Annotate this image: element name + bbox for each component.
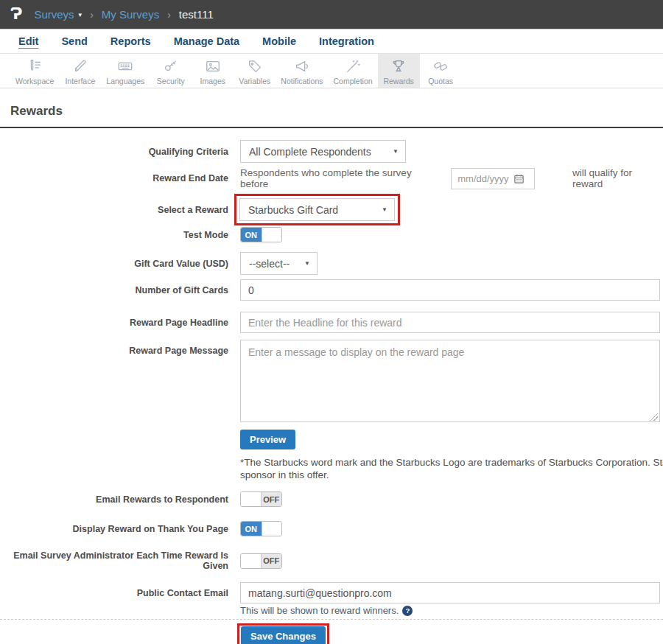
breadcrumb-surveys[interactable]: Surveys ▾ (34, 8, 82, 21)
qualifying-criteria-label: Qualifying Criteria (0, 147, 228, 157)
toolbar-tab-workspace[interactable]: Workspace (10, 54, 59, 88)
toolbar-tab-label: Interface (65, 77, 95, 85)
questionpro-logo[interactable]: Ɂ (10, 7, 22, 22)
reward-end-date-label: Reward End Date (0, 173, 228, 183)
page-title: Rewards (10, 104, 663, 119)
annotation-highlight-save: Save Changes (237, 623, 329, 644)
picture-icon (205, 57, 221, 75)
end-date-prefix-text: Respondents who complete the survey befo… (240, 167, 438, 189)
toolbar-tab-label: Images (200, 77, 225, 85)
tab-send[interactable]: Send (61, 35, 87, 47)
help-icon[interactable]: ? (402, 606, 413, 616)
reward-page-headline-input[interactable] (240, 312, 660, 333)
toolbar-tab-label: Workspace (15, 77, 54, 85)
selected-value: --select-- (249, 258, 290, 270)
toolbar-tab-rewards[interactable]: Rewards (378, 54, 420, 88)
toolbar-tab-label: Rewards (383, 77, 413, 85)
select-caret-icon: ▼ (393, 148, 399, 155)
select-reward-label: Select a Reward (0, 205, 228, 215)
select-reward-select[interactable]: Starbucks Gift Card ▼ (239, 198, 395, 221)
select-caret-icon: ▼ (304, 260, 310, 267)
breadcrumb-separator: › (167, 9, 171, 21)
toolbar-tab-label: Security (157, 77, 185, 85)
chevron-down-icon: ▾ (79, 11, 83, 18)
tab-manage-data[interactable]: Manage Data (174, 35, 239, 47)
number-of-gift-cards-label: Number of Gift Cards (0, 285, 228, 295)
section-divider (0, 619, 663, 620)
chain-link-icon (432, 57, 449, 75)
toolbar-tab-notifications[interactable]: Notifications (276, 54, 328, 88)
breadcrumb-survey-name: test111 (179, 8, 214, 21)
toggle-state-label: ON (241, 228, 262, 242)
pen-list-icon (27, 57, 43, 75)
email-rewards-toggle[interactable]: OFF (240, 491, 282, 507)
number-of-gift-cards-input[interactable] (240, 279, 660, 301)
top-navbar: Ɂ Surveys ▾ › My Surveys › test111 (0, 0, 663, 29)
test-mode-toggle[interactable]: ON (240, 227, 282, 242)
breadcrumb: Surveys ▾ › My Surveys › test111 (34, 8, 213, 21)
display-reward-toggle[interactable]: ON (240, 521, 282, 536)
email-rewards-label: Email Rewards to Respondent (0, 494, 228, 505)
pen-icon (72, 57, 88, 75)
public-contact-email-input[interactable] (240, 582, 660, 603)
date-field[interactable] (457, 173, 513, 184)
email-helper-text: This will be shown to reward winners. ? (240, 605, 413, 616)
breadcrumb-separator: › (90, 9, 94, 21)
reward-page-message-label: Reward Page Message (0, 340, 228, 356)
selected-value: All Complete Respondents (249, 146, 371, 158)
trophy-icon (390, 57, 407, 75)
toggle-state-label: OFF (262, 492, 282, 506)
toolbar-tab-variables[interactable]: Variables (234, 54, 276, 88)
toolbar-tab-label: Quotas (428, 77, 453, 85)
toggle-state-label: OFF (262, 554, 282, 568)
reward-page-message-textarea[interactable] (240, 340, 660, 422)
main-menubar: Edit Send Reports Manage Data Mobile Int… (0, 29, 663, 54)
toolbar-tab-label: Completion (334, 77, 373, 85)
breadcrumb-surveys-label: Surveys (34, 8, 74, 21)
save-changes-button[interactable]: Save Changes (241, 626, 326, 644)
toolbar-tab-security[interactable]: Security (150, 54, 192, 88)
toolbar-tab-label: Languages (106, 77, 144, 85)
end-date-suffix-text: will qualify for reward (572, 167, 663, 189)
public-contact-email-label: Public Contact Email (0, 588, 228, 598)
annotation-highlight-select-reward: Starbucks Gift Card ▼ (234, 194, 400, 225)
toggle-knob (262, 228, 282, 242)
gift-card-value-select[interactable]: --select-- ▼ (240, 252, 318, 275)
email-admin-label: Email Survey Administrator Each Time Rew… (0, 550, 228, 571)
qualifying-criteria-select[interactable]: All Complete Respondents ▼ (240, 140, 406, 163)
selected-value: Starbucks Gift Card (248, 204, 338, 216)
toolbar-tab-images[interactable]: Images (192, 54, 234, 88)
megaphone-icon (294, 57, 310, 75)
breadcrumb-my-surveys[interactable]: My Surveys (102, 8, 159, 21)
toolbar-tab-label: Notifications (281, 77, 323, 85)
select-caret-icon: ▼ (382, 206, 387, 213)
test-mode-label: Test Mode (0, 230, 228, 240)
toggle-knob (241, 492, 262, 506)
starbucks-disclaimer-text: *The Starbucks word mark and the Starbuc… (240, 456, 663, 481)
gift-card-value-label: Gift Card Value (USD) (0, 259, 228, 269)
reward-end-date-input[interactable] (451, 168, 535, 189)
rewards-form: Qualifying Criteria All Complete Respond… (0, 128, 663, 644)
toolbar-tab-quotas[interactable]: Quotas (420, 54, 462, 88)
calendar-icon[interactable] (513, 173, 525, 184)
tag-icon (247, 57, 263, 75)
toolbar-tab-interface[interactable]: Interface (59, 54, 101, 88)
toggle-state-label: ON (241, 522, 262, 536)
tab-edit[interactable]: Edit (18, 35, 38, 47)
edit-toolbar: Workspace Interface Languages Security I… (0, 54, 663, 88)
rewards-settings-page: Ɂ Surveys ▾ › My Surveys › test111 Edit … (0, 0, 663, 644)
keyboard-icon (117, 57, 133, 75)
tab-mobile[interactable]: Mobile (262, 35, 296, 47)
toolbar-tab-languages[interactable]: Languages (101, 54, 150, 88)
reward-page-headline-label: Reward Page Headline (0, 318, 228, 328)
toolbar-tab-completion[interactable]: Completion (329, 54, 378, 88)
tab-reports[interactable]: Reports (110, 35, 151, 47)
key-icon (163, 57, 179, 75)
tab-integration[interactable]: Integration (319, 35, 374, 47)
toggle-knob (241, 554, 262, 568)
email-admin-toggle[interactable]: OFF (240, 553, 282, 569)
toggle-knob (262, 522, 282, 536)
display-reward-label: Display Reward on Thank You Page (0, 524, 228, 534)
toolbar-tab-label: Variables (239, 77, 270, 85)
preview-button[interactable]: Preview (240, 430, 295, 449)
